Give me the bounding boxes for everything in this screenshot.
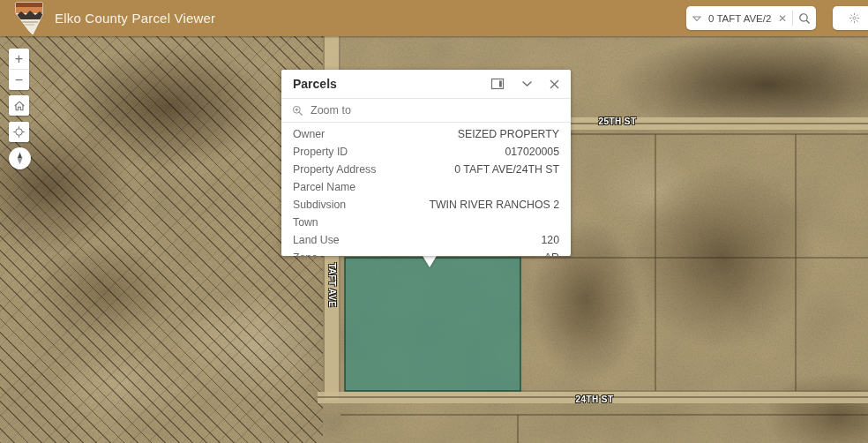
- search-box: ✕: [686, 6, 816, 30]
- chevron-down-icon: [692, 16, 701, 21]
- zoom-to-icon: [292, 105, 303, 116]
- popup-caret: [423, 256, 437, 267]
- field-row-land-use: Land Use 120: [293, 231, 559, 249]
- locate-icon: [12, 125, 26, 139]
- collapse-button[interactable]: [521, 80, 533, 87]
- zoom-out-button[interactable]: −: [9, 70, 29, 90]
- field-value: SEIZED PROPERTY: [458, 128, 559, 140]
- road-24th-st: [318, 392, 868, 403]
- field-label: Zone: [293, 252, 318, 256]
- home-button[interactable]: [9, 95, 29, 116]
- search-source-button[interactable]: [686, 6, 707, 30]
- field-label: Parcel Name: [293, 181, 355, 193]
- field-value: 017020005: [505, 146, 559, 158]
- search-input[interactable]: [707, 7, 773, 29]
- popup-field-list: Owner SEIZED PROPERTY Property ID 017020…: [281, 123, 571, 256]
- field-value: 0 TAFT AVE/24TH ST: [454, 163, 559, 176]
- field-label: Subdivsion: [293, 199, 346, 211]
- compass-needle-icon: [12, 151, 27, 166]
- elko-county-logo: [15, 2, 43, 35]
- field-row-owner: Owner SEIZED PROPERTY: [293, 125, 559, 143]
- chevron-down-icon: [521, 80, 533, 87]
- close-icon: [550, 79, 559, 89]
- zoom-in-button[interactable]: +: [9, 49, 29, 69]
- field-label: Town: [293, 216, 318, 229]
- popup-header: Parcels: [281, 70, 571, 98]
- field-label: Property ID: [293, 146, 348, 158]
- app-title: Elko County Parcel Viewer: [55, 0, 215, 36]
- field-row-property-id: Property ID 017020005: [293, 143, 559, 161]
- home-icon: [13, 100, 26, 112]
- field-value: AR: [544, 252, 559, 256]
- search-icon: [798, 12, 811, 25]
- field-label: Land Use: [293, 234, 340, 246]
- field-row-subdivision: Subdivsion TWIN RIVER RANCHOS 2: [293, 196, 559, 214]
- search-submit-button[interactable]: [793, 6, 816, 30]
- selected-parcel-polygon[interactable]: [345, 258, 520, 391]
- sun-icon: [848, 11, 861, 25]
- popup-title: Parcels: [293, 77, 490, 91]
- compass-button[interactable]: [9, 147, 31, 169]
- field-label: Owner: [293, 128, 325, 140]
- zoom-control-group: + −: [9, 49, 29, 90]
- popup-close-button[interactable]: [550, 79, 559, 89]
- dock-button[interactable]: [490, 78, 505, 90]
- search-clear-button[interactable]: ✕: [773, 6, 792, 30]
- field-row-property-address: Property Address 0 TAFT AVE/24TH ST: [293, 161, 559, 178]
- field-value: TWIN RIVER RANCHOS 2: [429, 199, 559, 211]
- app-options-button[interactable]: [833, 6, 868, 30]
- dock-icon: [490, 78, 505, 90]
- zoom-to-label: Zoom to: [311, 104, 351, 116]
- field-row-town: Town: [293, 214, 559, 231]
- field-row-parcel-name: Parcel Name: [293, 178, 559, 196]
- zoom-to-action[interactable]: Zoom to: [281, 99, 571, 122]
- field-value: 120: [541, 234, 559, 246]
- field-label: Property Address: [293, 163, 376, 176]
- parcel-popup: Parcels: [281, 70, 571, 256]
- map-canvas[interactable]: 25TH ST 24TH ST TAFT AVE + − Parcels: [0, 36, 868, 443]
- app-header: Elko County Parcel Viewer ✕: [0, 0, 868, 36]
- locate-button[interactable]: [9, 122, 29, 142]
- field-row-zone: Zone AR: [293, 249, 559, 256]
